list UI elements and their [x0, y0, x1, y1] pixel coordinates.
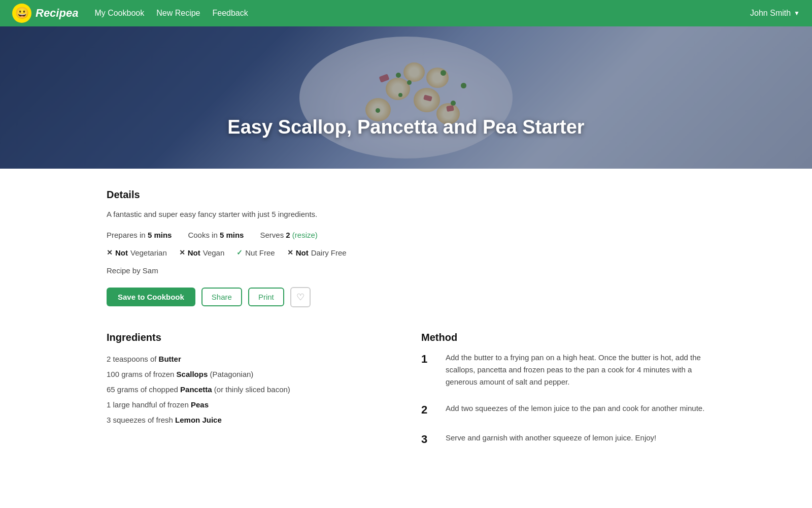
navigation: 😀 Recipea My Cookbook New Recipe Feedbac…: [0, 0, 812, 26]
cooks-value: 5 mins: [220, 231, 244, 239]
method-section: Method 1 Add the butter to a frying pan …: [421, 332, 705, 462]
list-item: 100 grams of frozen Scallops (Patagonian…: [107, 367, 391, 382]
step-text-2: Add two squeezes of the lemon juice to t…: [446, 402, 704, 415]
method-steps: 1 Add the butter to a frying pan on a hi…: [421, 352, 705, 448]
recipe-title: Easy Scallop, Pancetta and Pea Starter: [0, 116, 812, 138]
cross-icon-3: ✕: [287, 248, 293, 257]
list-item: 2 teaspoons of Butter: [107, 352, 391, 367]
recipe-description: A fantastic and super easy fancy starter…: [107, 209, 705, 220]
print-button[interactable]: Print: [248, 288, 284, 306]
step-number-3: 3: [421, 432, 435, 448]
step-text-3: Serve and garnish with another squeeze o…: [446, 432, 656, 444]
prepares-value: 5 mins: [148, 231, 172, 239]
share-button[interactable]: Share: [201, 288, 242, 306]
method-title: Method: [421, 332, 705, 343]
prepares-time: Prepares in 5 mins: [107, 231, 172, 239]
badge-nut-free: ✓ Nut Free: [236, 248, 275, 257]
method-step-1: 1 Add the butter to a frying pan on a hi…: [421, 352, 705, 388]
hero-section: Easy Scallop, Pancetta and Pea Starter: [0, 26, 812, 169]
method-step-2: 2 Add two squeezes of the lemon juice to…: [421, 402, 705, 418]
serves: Serves 2 (resize): [260, 231, 317, 239]
hero-overlay: [0, 26, 812, 169]
favourite-button[interactable]: ♡: [290, 287, 311, 307]
dietary-badges: ✕ Not Vegetarian ✕ Not Vegan ✓ Nut Free …: [107, 248, 705, 257]
badge-dairy-free: ✕ Not Dairy Free: [287, 248, 347, 257]
user-name: John Smith: [750, 9, 791, 18]
step-number-1: 1: [421, 352, 435, 367]
step-text-1: Add the butter to a frying pan on a high…: [446, 352, 705, 388]
brand[interactable]: 😀 Recipea: [12, 4, 78, 23]
save-to-cookbook-button[interactable]: Save to Cookbook: [107, 288, 195, 306]
step-number-2: 2: [421, 402, 435, 418]
cross-icon: ✕: [107, 248, 113, 257]
nav-my-cookbook[interactable]: My Cookbook: [94, 9, 144, 18]
cooks-time: Cooks in 5 mins: [188, 231, 244, 239]
nav-feedback[interactable]: Feedback: [212, 9, 248, 18]
chevron-down-icon: ▼: [794, 10, 800, 17]
recipe-by: Recipe by Sam: [107, 266, 705, 275]
nav-new-recipe[interactable]: New Recipe: [156, 9, 200, 18]
nav-links: My Cookbook New Recipe Feedback: [94, 9, 248, 18]
list-item: 65 grams of chopped Pancetta (or thinly …: [107, 382, 391, 397]
ingredients-list: 2 teaspoons of Butter 100 grams of froze…: [107, 352, 391, 428]
recipe-columns: Ingredients 2 teaspoons of Butter 100 gr…: [107, 332, 705, 462]
user-menu[interactable]: John Smith ▼: [750, 9, 800, 18]
check-icon: ✓: [236, 248, 243, 257]
heart-icon: ♡: [296, 292, 304, 303]
meta-row: Prepares in 5 mins Cooks in 5 mins Serve…: [107, 231, 705, 239]
resize-link[interactable]: (resize): [292, 231, 318, 239]
ingredients-section: Ingredients 2 teaspoons of Butter 100 gr…: [107, 332, 391, 462]
details-title: Details: [107, 189, 705, 201]
hero-background: Easy Scallop, Pancetta and Pea Starter: [0, 26, 812, 169]
method-step-3: 3 Serve and garnish with another squeeze…: [421, 432, 705, 448]
cross-icon-2: ✕: [179, 248, 185, 257]
brand-name: Recipea: [36, 7, 78, 20]
main-content: Details A fantastic and super easy fancy…: [76, 169, 736, 482]
serves-value: 2: [286, 231, 290, 239]
list-item: 1 large handful of frozen Peas: [107, 397, 391, 412]
badge-vegetarian: ✕ Not Vegetarian: [107, 248, 167, 257]
ingredients-title: Ingredients: [107, 332, 391, 343]
actions-row: Save to Cookbook Share Print ♡: [107, 287, 705, 307]
badge-vegan: ✕ Not Vegan: [179, 248, 225, 257]
list-item: 3 squeezes of fresh Lemon Juice: [107, 412, 391, 428]
logo-icon: 😀: [12, 4, 31, 23]
